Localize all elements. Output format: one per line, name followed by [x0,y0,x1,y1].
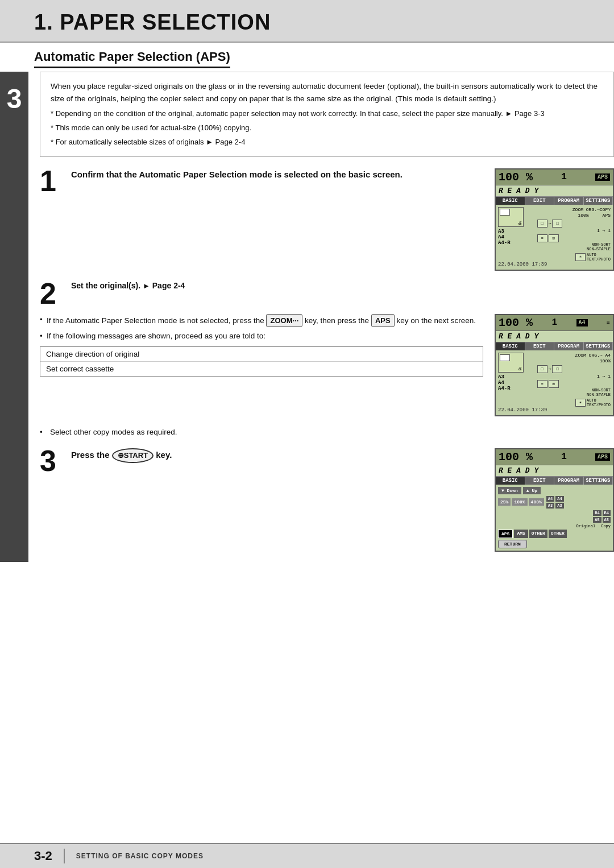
lcd-screen-3: 100 % 1 APS R E A D Y BASIC EDIT PROGRAM… [495,448,614,552]
lcd-ready-1: R E A D Y [496,185,613,197]
lcd-tab-settings-2[interactable]: SETTINGS [584,342,613,350]
screen-1: 100 % 1 APS R E A D Y BASIC EDIT PROGRAM… [495,168,614,271]
lcd-pct-3: 100 % [499,450,533,464]
lcd-tabs-3: BASIC EDIT PROGRAM SETTINGS [496,477,613,485]
bullet-1: If the Automatic Paper Selection mode is… [40,314,483,328]
btn-400pct[interactable]: 400% [529,498,544,506]
lcd-screen-1: 100 % 1 APS R E A D Y BASIC EDIT PROGRAM… [495,168,614,271]
lcd-ready-3: R E A D Y [496,465,613,477]
lcd-tab-program-1[interactable]: PROGRAM [554,197,584,205]
lcd-tab-edit-1[interactable]: EDIT [525,197,555,205]
lcd-pct-1: 100 % [499,171,533,184]
start-button-label: ⊕START [112,448,154,463]
lcd-mode-icon-1: ☀ [575,253,586,261]
message-row-2: Set correct cassette [40,362,483,376]
btn-other2[interactable]: OTHER [549,530,567,538]
step-1-number: 1 [40,166,71,196]
paper-a3-orig[interactable]: A3 [546,503,554,509]
intro-main-text: When you place regular-sized originals o… [51,80,603,105]
bullet-section: If the Automatic Paper Selection mode is… [40,314,614,416]
lcd-screen-2: 100 % 1 A4 ≡ R E A D Y BASIC EDIT PROGRA… [495,314,614,416]
lcd-copy-icon-2: □ [552,365,562,373]
lcd-size-a4r-2: A4-R [498,386,535,391]
page-footer: 3-2 SETTING OF BASIC COPY MODES [0,843,614,868]
step-3-row: 3 Press the ⊕START key. 100 % 1 APS R [40,448,614,552]
btn-25pct[interactable]: 25% [498,498,511,506]
lcd-date-1: 22.04.2000 17:39 [498,262,611,267]
step-2-row: 2 Set the original(s). ► Page 2-4 [40,281,614,308]
btn-aps[interactable]: APS [498,530,513,538]
paper-b4-orig[interactable]: B4 [593,510,601,516]
lcd-num-3: 1 [561,452,567,462]
step-3-number: 3 [40,446,71,476]
message-box: Change direction of original Set correct… [40,346,483,377]
paper-b4-copy[interactable]: B4 [603,510,611,516]
lcd-mode-icon-2: ☀ [575,399,586,407]
paper-a5-copy[interactable]: A5 [603,517,611,523]
btn-ams[interactable]: AMS [514,530,528,538]
btn-100pct[interactable]: 100% [512,498,527,506]
paper-a3-copy[interactable]: A3 [555,503,563,509]
lcd-copy-icon-1: □ [552,220,562,228]
lcd-sort-icon-1: ≡ [537,234,547,242]
lcd-lines-2: ≡ [607,320,610,326]
lcd-size-a4-2: A4 [498,380,535,386]
lcd-tab-basic-2[interactable]: BASIC [496,342,525,350]
btn-other1[interactable]: OTHER [529,530,547,538]
lcd-staple-label-1: NON-STAPLE [537,247,611,251]
lcd-num-2: 1 [551,317,557,328]
section-number-tab: 3 [0,72,28,562]
lcd-tab-settings-3[interactable]: SETTINGS [584,477,613,485]
lcd-top-bar-2: 100 % 1 A4 ≡ [496,315,613,331]
paper-a5-orig[interactable]: A5 [593,517,601,523]
paper-a4-orig[interactable]: A4 [546,496,554,502]
lcd-badge-1: APS [595,173,610,181]
btn-up[interactable]: ▲ Up [523,487,541,494]
step-2-number: 2 [40,279,71,308]
lcd-staple-icon-2: ⊡ [549,380,559,388]
lcd-arrow-1: □ → □ [537,220,611,228]
lcd-tab-program-3[interactable]: PROGRAM [554,477,584,485]
btn-down[interactable]: ▼ Down [498,487,521,494]
footer-label: SETTING OF BASIC COPY MODES [76,852,204,860]
lcd-tab-basic-3[interactable]: BASIC [496,477,525,485]
lcd-ready-2: R E A D Y [496,331,613,342]
screen-3: 100 % 1 APS R E A D Y BASIC EDIT PROGRAM… [495,448,614,552]
lcd-arrow-2: □ → □ [537,365,611,373]
lcd-tab-settings-1[interactable]: SETTINGS [584,197,613,205]
copy-label: Copy [601,524,611,528]
section-body: 3 When you place regular-sized originals… [0,72,614,562]
bullet-3-row: Select other copy modes as required. [40,427,614,438]
bullet-2: If the following messages are shown, pro… [40,330,483,342]
lcd-num-1: 1 [561,172,567,182]
lcd-mode-label-2: AUTOTEXT/PHOTO [587,398,611,407]
paper-a4-copy[interactable]: A4 [555,496,563,502]
spacer [0,562,614,843]
section-main: When you place regular-sized originals o… [28,72,614,562]
page-header: 1. PAPER SELECTION [0,0,614,43]
lcd-body-3: ▼ Down ▲ Up 25% 100% 400% A4 [496,485,613,551]
lcd-tabs-2: BASIC EDIT PROGRAM SETTINGS [496,342,613,350]
lcd-tabs-1: BASIC EDIT PROGRAM SETTINGS [496,197,613,205]
lcd-orig-icon-1: □ [537,220,547,228]
lcd-tab-basic-1[interactable]: BASIC [496,197,525,205]
lcd-badge-2: A4 [576,319,588,326]
lcd-top-bar-3: 100 % 1 APS [496,449,613,465]
lcd-sort-icon-2: ≡ [537,380,547,388]
message-row-1: Change direction of original [40,347,483,362]
lcd-top-bar-1: 100 % 1 APS [496,170,613,185]
lcd-date-2: 22.04.2000 17:39 [498,407,611,413]
lcd-tab-edit-3[interactable]: EDIT [525,477,555,485]
intro-note3: * For automatically selectable sizes of … [51,137,603,148]
lcd-tab-program-2[interactable]: PROGRAM [554,342,584,350]
step-1-text: Confirm that the Automatic Paper Selecti… [71,168,483,180]
lcd-badge-3: APS [595,453,610,461]
lcd-mode-label-1: AUTOTEXT/PHOTO [587,253,611,262]
lcd-arrow-ratio-2: 1 → 1 [537,374,611,379]
intro-note1: * Depending on the condition of the orig… [51,108,603,120]
footer-page-num: 3-2 [34,849,65,863]
lcd-tab-edit-2[interactable]: EDIT [525,342,555,350]
orig-label: Original [576,524,596,528]
step-3-content: Press the ⊕START key. [71,448,483,465]
btn-return[interactable]: RETURN [498,540,527,548]
